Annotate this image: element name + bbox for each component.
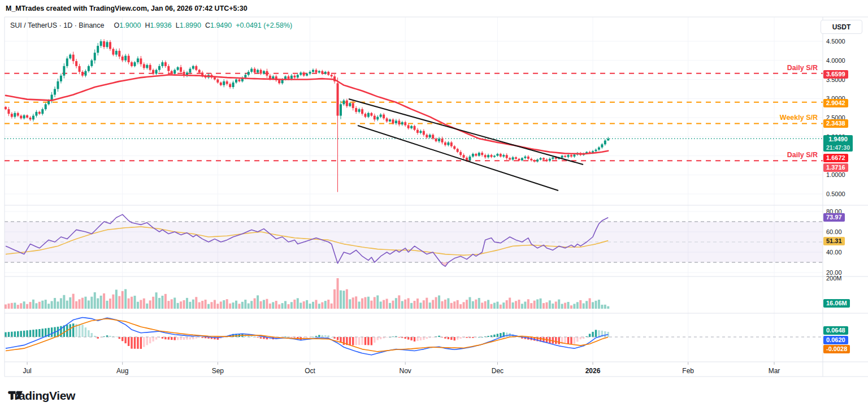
close-label: C — [205, 21, 210, 29]
time-axis[interactable] — [5, 362, 823, 377]
high-label: H — [145, 21, 150, 29]
change-value: +0.0491 (+2.58%) — [236, 21, 292, 29]
tradingview-chart-screenshot: M_MTrades created with TradingView.com, … — [0, 0, 868, 415]
close-value: 1.9490 — [210, 21, 232, 29]
symbol-legend[interactable]: SUI / TetherUS · 1D · BinanceO1.9000H1.9… — [10, 21, 292, 29]
low-label: L — [176, 21, 180, 29]
high-value: 1.9936 — [150, 21, 172, 29]
low-value: 1.8990 — [180, 21, 201, 29]
tradingview-logo-icon — [8, 389, 23, 404]
symbol-title[interactable]: SUI / TetherUS · 1D · Binance — [10, 21, 105, 29]
price-axis[interactable] — [823, 17, 868, 362]
open-label: O — [114, 21, 120, 29]
tradingview-logo[interactable]: TradingView — [8, 389, 75, 403]
open-value: 1.9000 — [119, 21, 141, 29]
chart-canvas[interactable] — [0, 0, 868, 415]
